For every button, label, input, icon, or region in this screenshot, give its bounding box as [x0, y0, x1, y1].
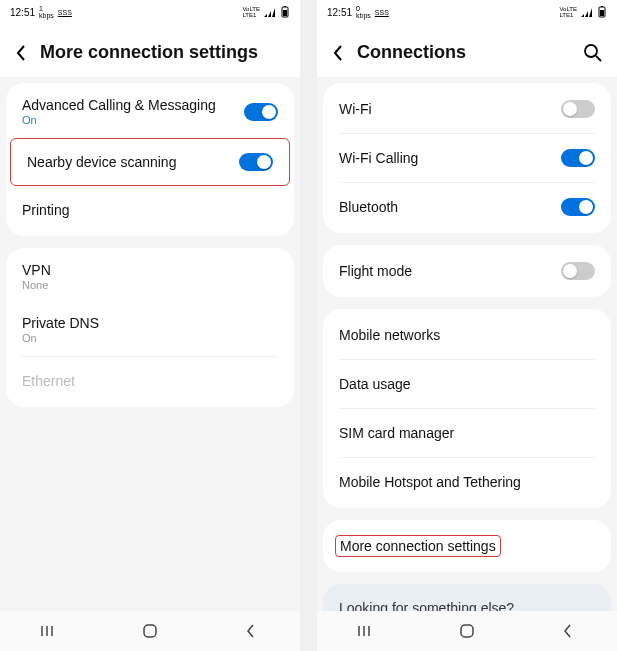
card-3: Mobile networks Data usage SIM card mana… — [323, 309, 611, 508]
sublabel: On — [22, 114, 216, 126]
row-printing[interactable]: Printing — [6, 186, 294, 234]
toggle-flight[interactable] — [561, 262, 595, 280]
label: Mobile networks — [339, 327, 440, 343]
back-icon[interactable] — [331, 46, 345, 60]
toggle-wifi[interactable] — [561, 100, 595, 118]
header: Connections — [317, 24, 617, 77]
battery-icon — [280, 6, 290, 18]
nav-bar — [0, 611, 300, 651]
label: VPN — [22, 262, 51, 278]
label: Mobile Hotspot and Tethering — [339, 474, 521, 490]
nav-recent-icon[interactable] — [356, 620, 378, 642]
signal-icon — [264, 7, 276, 17]
row-flight-mode[interactable]: Flight mode — [323, 247, 611, 295]
row-data-usage[interactable]: Data usage — [323, 360, 611, 408]
nav-home-icon[interactable] — [139, 620, 161, 642]
label: SIM card manager — [339, 425, 454, 441]
volte-indicator: VoLTELTE1 — [242, 6, 260, 18]
label: Bluetooth — [339, 199, 398, 215]
row-private-dns[interactable]: Private DNS On — [6, 303, 294, 356]
label: Printing — [22, 202, 69, 218]
svg-rect-8 — [600, 10, 604, 16]
label: Private DNS — [22, 315, 99, 331]
battery-icon — [597, 6, 607, 18]
toggle-wifi-calling[interactable] — [561, 149, 595, 167]
label: Advanced Calling & Messaging — [22, 97, 216, 113]
net-indicator: 1kbps — [39, 5, 54, 19]
signal-icon — [581, 7, 593, 17]
card-1: Wi-Fi Wi-Fi Calling Bluetooth — [323, 83, 611, 233]
settings-list: Wi-Fi Wi-Fi Calling Bluetooth Flight mod… — [317, 77, 617, 651]
row-ethernet: Ethernet — [6, 357, 294, 405]
row-wifi-calling[interactable]: Wi-Fi Calling — [323, 134, 611, 182]
nav-bar — [317, 611, 617, 651]
svg-rect-9 — [601, 6, 603, 7]
row-advanced-calling[interactable]: Advanced Calling & Messaging On — [6, 85, 294, 138]
svg-rect-15 — [461, 625, 473, 637]
nav-recent-icon[interactable] — [39, 620, 61, 642]
label: Flight mode — [339, 263, 412, 279]
nav-back-icon[interactable] — [239, 620, 261, 642]
label: Nearby device scanning — [27, 154, 176, 170]
phone-right: 12:51 0kbps SSS VoLTELTE1 Connections Wi… — [317, 0, 617, 651]
status-bar: 12:51 0kbps SSS VoLTELTE1 — [317, 0, 617, 24]
sublabel: On — [22, 332, 99, 344]
page-title: More connection settings — [40, 42, 258, 63]
back-icon[interactable] — [14, 46, 28, 60]
svg-rect-6 — [144, 625, 156, 637]
row-wifi[interactable]: Wi-Fi — [323, 85, 611, 133]
sss-indicator: SSS — [375, 9, 389, 16]
label: Wi-Fi — [339, 101, 372, 117]
row-sim-manager[interactable]: SIM card manager — [323, 409, 611, 457]
card-2: Flight mode — [323, 245, 611, 297]
label: Ethernet — [22, 373, 75, 389]
row-more-connection-settings[interactable]: More connection settings — [323, 522, 611, 570]
sublabel: None — [22, 279, 51, 291]
page-title: Connections — [357, 42, 466, 63]
volte-indicator: VoLTELTE1 — [559, 6, 577, 18]
clock: 12:51 — [327, 7, 352, 18]
label: More connection settings — [335, 535, 501, 557]
svg-line-11 — [596, 56, 601, 61]
card-4: More connection settings — [323, 520, 611, 572]
card-1: Advanced Calling & Messaging On Nearby d… — [6, 83, 294, 236]
row-nearby-scanning[interactable]: Nearby device scanning — [10, 138, 290, 186]
search-icon[interactable] — [583, 43, 603, 63]
phone-left: 12:51 1kbps SSS VoLTELTE1 More connectio… — [0, 0, 300, 651]
row-vpn[interactable]: VPN None — [6, 250, 294, 303]
status-bar: 12:51 1kbps SSS VoLTELTE1 — [0, 0, 300, 24]
sss-indicator: SSS — [58, 9, 72, 16]
net-indicator: 0kbps — [356, 5, 371, 19]
label: Wi-Fi Calling — [339, 150, 418, 166]
svg-rect-2 — [284, 6, 286, 7]
row-mobile-networks[interactable]: Mobile networks — [323, 311, 611, 359]
toggle-nearby-scanning[interactable] — [239, 153, 273, 171]
toggle-advanced-calling[interactable] — [244, 103, 278, 121]
settings-list: Advanced Calling & Messaging On Nearby d… — [0, 77, 300, 651]
nav-home-icon[interactable] — [456, 620, 478, 642]
row-bluetooth[interactable]: Bluetooth — [323, 183, 611, 231]
row-hotspot[interactable]: Mobile Hotspot and Tethering — [323, 458, 611, 506]
svg-rect-1 — [283, 10, 287, 16]
toggle-bluetooth[interactable] — [561, 198, 595, 216]
svg-point-10 — [585, 45, 597, 57]
header: More connection settings — [0, 24, 300, 77]
clock: 12:51 — [10, 7, 35, 18]
card-2: VPN None Private DNS On Ethernet — [6, 248, 294, 407]
nav-back-icon[interactable] — [556, 620, 578, 642]
label: Data usage — [339, 376, 411, 392]
